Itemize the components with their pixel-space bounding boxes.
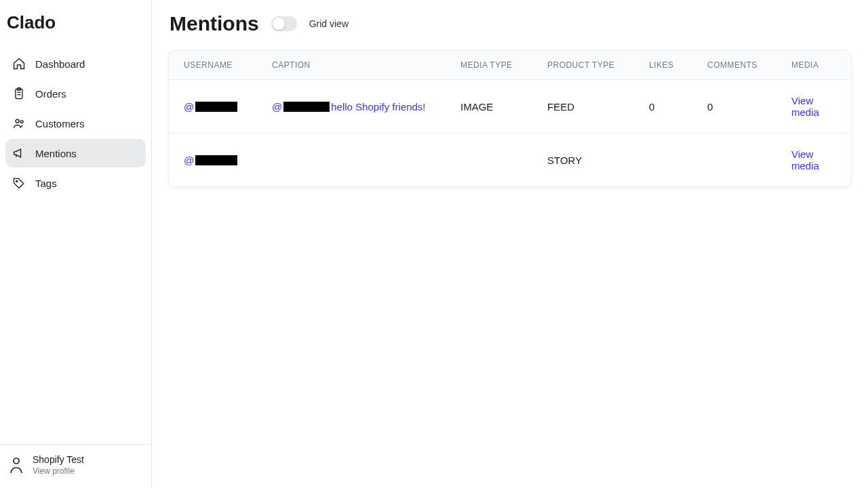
cell-media-type: IMAGE bbox=[460, 101, 547, 113]
megaphone-icon bbox=[12, 146, 26, 160]
sidebar-item-label: Orders bbox=[35, 88, 66, 100]
sidebar-item-dashboard[interactable]: Dashboard bbox=[5, 49, 146, 78]
svg-point-4 bbox=[16, 119, 19, 123]
cell-comments: 0 bbox=[707, 101, 791, 113]
col-header-comments: COMMENTS bbox=[707, 60, 791, 70]
grid-view-label: Grid view bbox=[309, 18, 349, 29]
redacted-username bbox=[195, 102, 237, 112]
sidebar-item-tags[interactable]: Tags bbox=[5, 169, 146, 197]
users-icon bbox=[12, 117, 26, 130]
page-title: Mentions bbox=[170, 12, 259, 35]
sidebar-item-mentions[interactable]: Mentions bbox=[5, 139, 146, 167]
cell-product-type: STORY bbox=[547, 155, 649, 166]
redacted-handle bbox=[283, 102, 330, 112]
svg-point-7 bbox=[14, 458, 19, 464]
cell-likes: 0 bbox=[649, 101, 707, 113]
brand-logo: Clado bbox=[0, 0, 151, 48]
profile-name: Shopify Test bbox=[33, 454, 84, 465]
col-header-media: MEDIA TYPE bbox=[460, 60, 547, 70]
col-header-caption: CAPTION bbox=[272, 60, 460, 70]
cell-username[interactable]: @ bbox=[184, 155, 272, 166]
table-row: @ @ hello Shopify friends! IMAGE FEED 0 … bbox=[169, 80, 851, 134]
grid-view-toggle[interactable] bbox=[271, 16, 297, 31]
user-icon bbox=[8, 455, 24, 474]
sidebar-footer[interactable]: Shopify Test View profile bbox=[0, 444, 151, 488]
view-media-link[interactable]: View media bbox=[791, 95, 819, 118]
sidebar-item-label: Tags bbox=[35, 178, 57, 189]
svg-point-6 bbox=[16, 180, 18, 182]
home-icon bbox=[12, 57, 26, 70]
col-header-likes: LIKES bbox=[649, 60, 707, 70]
cell-caption: @ hello Shopify friends! bbox=[272, 101, 460, 113]
clipboard-icon bbox=[12, 87, 26, 100]
tag-icon bbox=[12, 176, 26, 190]
sidebar-item-label: Mentions bbox=[35, 148, 77, 159]
cell-username[interactable]: @ bbox=[184, 101, 272, 113]
col-header-action: MEDIA bbox=[791, 60, 836, 70]
view-media-link[interactable]: View media bbox=[791, 148, 819, 171]
sidebar: Clado Dashboard Orders Customers bbox=[0, 0, 152, 488]
svg-point-5 bbox=[20, 121, 23, 123]
page-header: Mentions Grid view bbox=[168, 12, 852, 35]
redacted-username bbox=[195, 155, 237, 165]
col-header-username: USERNAME bbox=[184, 60, 272, 70]
sidebar-item-customers[interactable]: Customers bbox=[5, 109, 146, 138]
mentions-table: USERNAME CAPTION MEDIA TYPE PRODUCT TYPE… bbox=[168, 50, 852, 187]
cell-product-type: FEED bbox=[547, 101, 649, 113]
main-content: Mentions Grid view USERNAME CAPTION MEDI… bbox=[152, 0, 868, 488]
table-header: USERNAME CAPTION MEDIA TYPE PRODUCT TYPE… bbox=[169, 51, 851, 80]
sidebar-item-label: Dashboard bbox=[35, 58, 85, 70]
view-profile-link[interactable]: View profile bbox=[33, 466, 84, 476]
table-row: @ STORY View media bbox=[169, 134, 851, 186]
sidebar-item-orders[interactable]: Orders bbox=[5, 79, 146, 108]
sidebar-item-label: Customers bbox=[35, 118, 85, 129]
col-header-product: PRODUCT TYPE bbox=[547, 60, 649, 70]
primary-nav: Dashboard Orders Customers Mentions bbox=[0, 48, 151, 444]
